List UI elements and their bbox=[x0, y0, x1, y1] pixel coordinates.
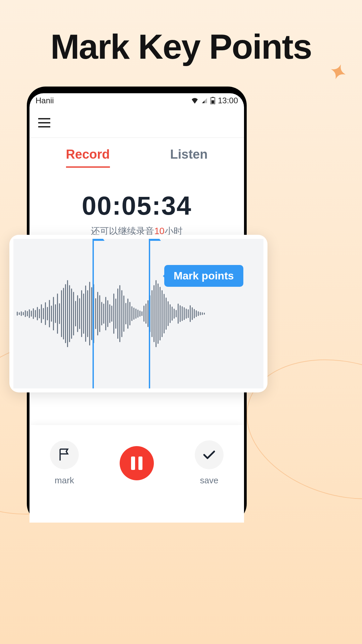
wave-bar bbox=[111, 306, 112, 322]
wave-bar bbox=[103, 304, 104, 324]
signal-icon bbox=[201, 98, 208, 104]
wave-bar bbox=[37, 307, 38, 320]
flag-icon bbox=[93, 239, 105, 241]
wave-bar bbox=[204, 313, 205, 315]
wave-bar bbox=[45, 302, 46, 325]
wave-bar bbox=[202, 312, 203, 315]
wave-bar bbox=[23, 312, 24, 315]
wave-bar bbox=[147, 300, 148, 327]
battery-icon bbox=[210, 97, 215, 104]
wave-bar bbox=[115, 299, 116, 329]
tab-record[interactable]: Record bbox=[66, 147, 110, 168]
toolbar bbox=[29, 108, 244, 138]
wave-bar bbox=[71, 288, 72, 339]
wave-bar bbox=[154, 285, 155, 342]
wave-bar bbox=[99, 295, 100, 332]
wave-bar bbox=[27, 311, 28, 316]
wave-bar bbox=[192, 307, 193, 320]
wave-bar bbox=[113, 293, 114, 334]
wave-bar bbox=[73, 292, 74, 335]
wave-bar bbox=[77, 295, 78, 332]
wave-bar bbox=[95, 298, 96, 329]
wave-bar bbox=[123, 296, 124, 332]
pause-record-button[interactable] bbox=[120, 446, 154, 480]
wave-bar bbox=[107, 300, 108, 327]
wave-bar bbox=[101, 302, 102, 325]
wave-bar bbox=[127, 299, 128, 329]
sparkle-icon bbox=[325, 64, 349, 87]
wave-bar bbox=[61, 290, 62, 337]
wave-bar bbox=[117, 288, 118, 339]
wave-bar bbox=[135, 309, 136, 319]
mark-points-tooltip: Mark points bbox=[164, 265, 243, 287]
save-button-label: save bbox=[200, 475, 219, 486]
wave-bar bbox=[143, 306, 144, 322]
wave-bar bbox=[41, 304, 42, 323]
wave-bar bbox=[75, 301, 76, 326]
wave-bar bbox=[186, 309, 187, 319]
wave-bar bbox=[131, 306, 132, 321]
wave-bar bbox=[133, 308, 134, 320]
wave-bar bbox=[162, 290, 163, 337]
wave-bar bbox=[176, 310, 177, 317]
wave-bar bbox=[55, 304, 56, 323]
wave-bar bbox=[109, 304, 110, 323]
wave-bar bbox=[105, 297, 106, 330]
wave-bar bbox=[160, 287, 161, 340]
wave-bar bbox=[25, 310, 26, 317]
tab-listen[interactable]: Listen bbox=[170, 147, 208, 168]
carrier-label: Hanii bbox=[36, 96, 54, 105]
wave-bar bbox=[17, 312, 18, 316]
waveform-area[interactable]: Mark points bbox=[13, 239, 263, 388]
wave-bar bbox=[194, 309, 195, 318]
wave-bar bbox=[168, 301, 169, 326]
wave-bar bbox=[39, 309, 40, 318]
wave-bar bbox=[190, 305, 191, 322]
wave-bar bbox=[184, 307, 185, 320]
flag-icon bbox=[149, 239, 161, 241]
wave-bar bbox=[182, 306, 183, 321]
wave-bar bbox=[87, 290, 88, 337]
wave-bar bbox=[158, 283, 159, 344]
page-headline: Mark Key Points bbox=[0, 0, 362, 67]
mark-point-1[interactable] bbox=[93, 239, 94, 388]
wave-bar bbox=[188, 309, 189, 318]
wave-bar bbox=[156, 280, 157, 347]
wave-bar bbox=[51, 306, 52, 322]
wave-bar bbox=[196, 310, 197, 317]
wave-bar bbox=[83, 293, 84, 334]
wave-bar bbox=[81, 290, 82, 337]
wave-bar bbox=[198, 311, 199, 316]
wave-bar bbox=[145, 304, 146, 324]
status-bar: Hanii 13:00 bbox=[29, 93, 244, 108]
wave-bar bbox=[19, 312, 20, 315]
wave-bar bbox=[53, 297, 54, 330]
wave-bar bbox=[152, 290, 153, 337]
mark-button[interactable] bbox=[50, 440, 79, 469]
save-button[interactable] bbox=[195, 440, 224, 469]
wave-bar bbox=[57, 293, 58, 334]
wave-bar bbox=[97, 292, 98, 335]
svg-rect-2 bbox=[212, 100, 214, 104]
wave-bar bbox=[85, 285, 86, 342]
bottom-action-bar: mark save bbox=[29, 425, 244, 523]
recording-timer: 00:05:34 bbox=[29, 191, 244, 221]
wave-bar bbox=[63, 288, 64, 339]
wave-bar bbox=[129, 302, 130, 325]
wave-bar bbox=[35, 310, 36, 317]
wave-bar bbox=[49, 300, 50, 327]
mark-point-2[interactable] bbox=[149, 239, 150, 388]
wave-bar bbox=[200, 312, 201, 315]
hamburger-menu-icon[interactable] bbox=[38, 118, 50, 127]
waveform-bars bbox=[13, 239, 263, 388]
wave-bar bbox=[139, 311, 140, 317]
wave-bar bbox=[69, 285, 70, 342]
wave-bar bbox=[91, 287, 92, 340]
tab-bar: Record Listen bbox=[29, 138, 244, 168]
pause-icon bbox=[131, 457, 142, 470]
wave-bar bbox=[67, 280, 68, 347]
mark-button-label: mark bbox=[55, 475, 74, 486]
wave-bar bbox=[89, 282, 90, 345]
wave-bar bbox=[137, 310, 138, 318]
wave-bar bbox=[31, 311, 32, 317]
